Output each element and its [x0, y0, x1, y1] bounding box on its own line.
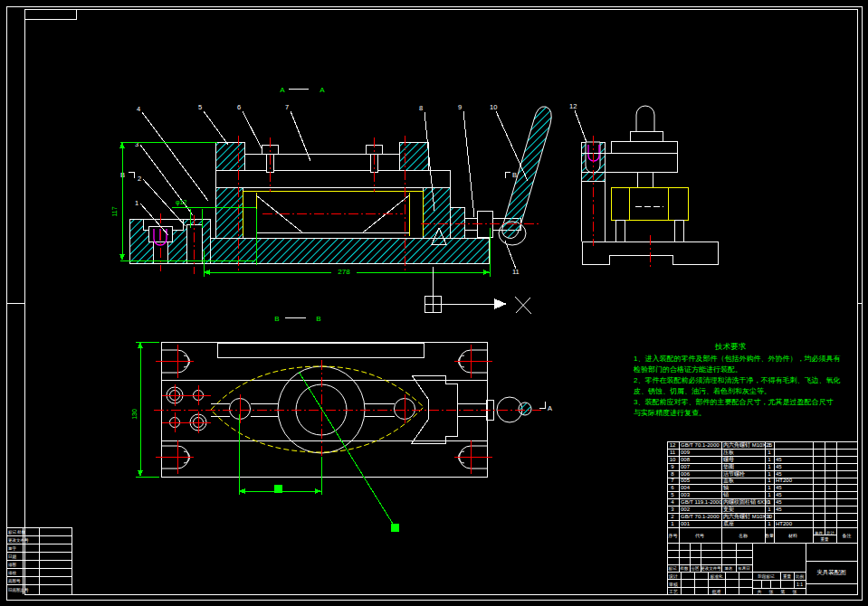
tb-sign: 签名 — [725, 566, 733, 571]
notes-line-6: 与实际精度进行复查。 — [634, 409, 706, 417]
svg-text:3: 3 — [671, 507, 674, 512]
svg-text:底座: 底座 — [723, 520, 734, 526]
notes-line-2: 检验部门的合格证方能进行装配。 — [633, 365, 742, 374]
svg-text:7: 7 — [671, 478, 674, 483]
svg-text:1: 1 — [768, 450, 771, 455]
tb-change-doc: 更改文件号 — [701, 565, 721, 571]
svg-text:004: 004 — [681, 485, 691, 490]
section-marker-b-left: B — [120, 171, 125, 179]
svg-text:HT200: HT200 — [776, 478, 793, 483]
svg-text:垫圈: 垫圈 — [723, 464, 734, 470]
dim-height: 117 — [111, 206, 118, 216]
bom-row: 6004轴145 — [671, 485, 782, 491]
section-label-a-left: A — [280, 86, 285, 94]
svg-text:更改文件号: 更改文件号 — [8, 537, 29, 543]
svg-text:6: 6 — [671, 485, 674, 490]
svg-text:1: 1 — [768, 485, 771, 490]
callout-5: 5 — [198, 103, 202, 111]
svg-text:盖板: 盖板 — [723, 477, 734, 483]
svg-text:名称: 名称 — [739, 533, 748, 538]
svg-text:002: 002 — [681, 507, 691, 512]
dim-width: 130 — [131, 409, 138, 420]
svg-text:005: 005 — [681, 478, 691, 483]
svg-text:45: 45 — [776, 499, 782, 505]
svg-text:GB/T 70.1-2000: GB/T 70.1-2000 — [681, 442, 720, 448]
svg-text:1: 1 — [768, 521, 771, 526]
svg-text:45: 45 — [776, 492, 782, 497]
dim-value-blob — [274, 485, 282, 493]
feed-arrow-icon — [494, 298, 507, 309]
notes-line-5: 3、装配前应对零、部件的主要配合尺寸，尤其是过盈配合尺寸 — [634, 398, 833, 406]
tb-scale: 比例 — [796, 574, 805, 580]
section-marker-a: A — [548, 404, 552, 412]
tb-date: 年月日 — [738, 566, 750, 571]
callout-6: 6 — [237, 103, 241, 111]
svg-text:11: 11 — [670, 450, 676, 455]
svg-text:底图号: 底图号 — [8, 579, 21, 583]
callout-9: 9 — [458, 103, 462, 111]
svg-text:材料: 材料 — [787, 533, 797, 539]
tb-page2: 张 — [793, 589, 797, 595]
svg-text:003: 003 — [681, 492, 691, 497]
svg-text:描图: 描图 — [7, 563, 16, 567]
bom-row: 4GB/T 119.1-2000内螺纹圆柱销 6X30145 — [671, 498, 782, 506]
tb-check: 审核 — [669, 582, 678, 587]
notes-line-1: 1、进入装配的零件及部件（包括外购件、外协件），均必须具有 — [634, 355, 840, 363]
callout-3: 3 — [135, 140, 138, 148]
tb-scale-value: 1:1 — [796, 582, 803, 587]
svg-text:压板: 压板 — [723, 449, 734, 455]
svg-text:1: 1 — [768, 457, 771, 462]
sheet-corner-box — [24, 9, 76, 19]
notes-line-3: 2、零件在装配前必须清理和清洗干净，不得有毛刺、飞边、氧化 — [634, 376, 840, 384]
tb-total: 共 — [758, 589, 762, 594]
section-label-b-right: B — [316, 315, 320, 323]
bom-row: 11009压板1 — [670, 449, 771, 455]
tb-zone: 分区 — [692, 565, 701, 571]
bom-header: 序号 代号 名称 数量 材料 单件 总计 重量 备注 — [669, 531, 852, 543]
svg-text:GB/T 119.1-2000: GB/T 119.1-2000 — [681, 499, 722, 505]
svg-text:序号: 序号 — [669, 533, 678, 539]
svg-text:日期: 日期 — [8, 554, 17, 559]
svg-text:数量: 数量 — [765, 533, 774, 538]
svg-text:1: 1 — [768, 478, 771, 483]
svg-text:单件: 单件 — [815, 531, 824, 535]
callout-8: 8 — [419, 104, 423, 112]
svg-text:1: 1 — [768, 507, 771, 512]
bom-row: 10008螺母145 — [670, 456, 783, 463]
callout-10: 10 — [490, 103, 497, 111]
tb-mark: 标记 — [668, 565, 678, 572]
svg-text:HT200: HT200 — [776, 521, 793, 526]
tb-design: 设计 — [668, 573, 678, 579]
section-label-a-right: A — [320, 86, 325, 94]
svg-text:45: 45 — [776, 464, 782, 469]
callout-12: 12 — [569, 102, 577, 110]
svg-text:内六角螺钉 M10X30: 内六角螺钉 M10X30 — [723, 513, 773, 519]
svg-text:1: 1 — [671, 521, 674, 526]
corner-table: 标记 处数 更改文件号 签字 日期 描图 描校 底图号 旧底图总号 — [6, 527, 72, 594]
workpiece-side — [611, 187, 688, 220]
svg-text:总计: 总计 — [825, 531, 835, 535]
side-view — [581, 106, 718, 269]
tb-process: 工艺 — [669, 589, 678, 594]
clamp-handle — [502, 107, 551, 239]
tb-count: 处数 — [681, 565, 690, 571]
dim-diameter: φ12 — [176, 199, 186, 206]
svg-text:8: 8 — [671, 471, 674, 477]
svg-text:备注: 备注 — [843, 533, 852, 538]
svg-text:轴: 轴 — [723, 485, 729, 491]
svg-text:9: 9 — [671, 464, 674, 469]
svg-text:4: 4 — [671, 499, 674, 505]
callout-1: 1 — [135, 199, 138, 207]
svg-text:活节螺栓: 活节螺栓 — [723, 470, 745, 478]
handle-bar-section — [519, 402, 531, 415]
cad-drawing-canvas: A A B — [0, 0, 868, 606]
svg-text:1: 1 — [768, 499, 771, 505]
milling-x-icon — [515, 297, 531, 314]
svg-text:009: 009 — [681, 450, 691, 455]
dim-length: 278 — [338, 268, 350, 276]
svg-text:支架: 支架 — [723, 506, 734, 513]
callout-11: 11 — [512, 268, 520, 276]
callout-7: 7 — [285, 103, 289, 111]
tb-stage: 阶段标记 — [758, 573, 776, 580]
svg-text:代号: 代号 — [695, 533, 704, 538]
